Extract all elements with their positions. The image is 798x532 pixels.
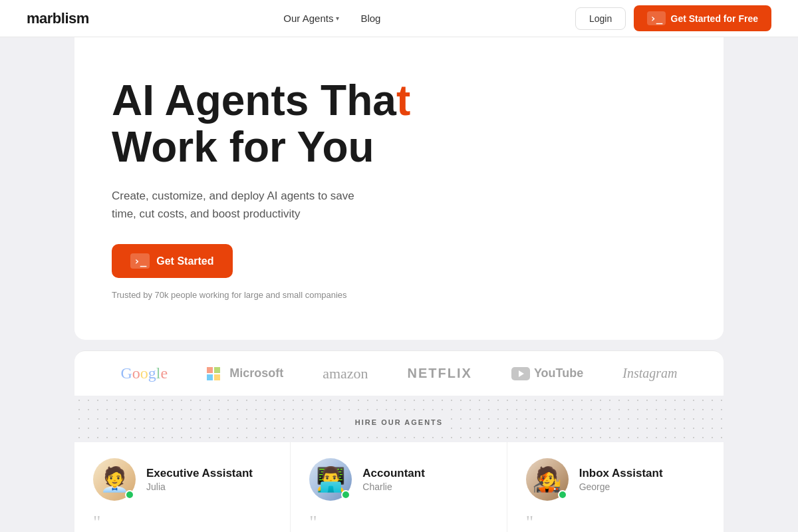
terminal-icon-hero: ›_	[130, 253, 150, 269]
get-started-hero-button[interactable]: ›_ Get Started	[112, 244, 233, 278]
agent-role: Executive Assistant	[146, 467, 253, 480]
brand-youtube: YouTube	[511, 366, 583, 380]
hire-label: HIRE OUR AGENTS	[347, 416, 451, 429]
agent-avatar-george: 🧑‍🎤	[526, 458, 569, 501]
brand-amazon: amazon	[323, 365, 368, 382]
hero-trust-text: Trusted by 70k people working for large …	[112, 290, 410, 300]
hero-title-line1: AI Agents That	[112, 76, 410, 124]
brand-microsoft: Microsoft	[207, 366, 283, 380]
agent-avatar-julia: 🧑‍💼	[93, 458, 136, 501]
logo-text: marblism	[27, 10, 89, 27]
hero-section: AI Agents That Work for You Create, cust…	[74, 37, 724, 340]
nav-blog[interactable]: Blog	[360, 13, 380, 24]
get-started-header-button[interactable]: ›_ Get Started for Free	[634, 5, 771, 31]
quote-icon: "	[93, 513, 271, 531]
main-nav: Our Agents ▾ Blog	[283, 13, 380, 24]
terminal-icon: ›_	[647, 11, 665, 25]
agent-avatar-charlie: 👨‍💻	[309, 458, 352, 501]
agent-role: Accountant	[362, 467, 425, 480]
nav-agents[interactable]: Our Agents ▾	[283, 13, 339, 24]
agent-online-indicator	[558, 490, 567, 499]
agent-card-charlie[interactable]: 👨‍💻 Accountant Charlie " I'll find invoi…	[291, 442, 507, 532]
header-actions: Login ›_ Get Started for Free	[575, 5, 771, 31]
brand-google: Google	[121, 364, 168, 382]
agent-card-george[interactable]: 🧑‍🎤 Inbox Assistant George " I'll learn …	[507, 442, 724, 532]
brands-section: Google Microsoft amazon NETFLIX YouTube	[74, 350, 724, 396]
hire-section-label: HIRE OUR AGENTS	[74, 396, 724, 442]
agent-name: George	[579, 481, 663, 492]
quote-icon: "	[309, 513, 487, 531]
agent-online-indicator	[125, 490, 134, 499]
agent-role: Inbox Assistant	[579, 467, 663, 480]
brand-instagram: Instagram	[622, 366, 677, 381]
chevron-down-icon: ▾	[336, 15, 339, 22]
login-button[interactable]: Login	[575, 7, 626, 30]
logo[interactable]: marblism	[27, 10, 89, 27]
hero-subtitle: Create, customize, and deploy AI agents …	[112, 187, 364, 223]
agent-name: Charlie	[362, 481, 425, 492]
agent-online-indicator	[341, 490, 350, 499]
agents-section: 🧑‍💼 Executive Assistant Julia " I'll sch…	[74, 442, 724, 532]
quote-icon: "	[526, 513, 705, 531]
brand-netflix: NETFLIX	[408, 366, 472, 381]
agent-name: Julia	[146, 481, 253, 492]
agent-card-julia[interactable]: 🧑‍💼 Executive Assistant Julia " I'll sch…	[74, 442, 291, 532]
hero-title-line2: Work for You	[112, 123, 374, 171]
hero-title: AI Agents That Work for You	[112, 77, 410, 171]
